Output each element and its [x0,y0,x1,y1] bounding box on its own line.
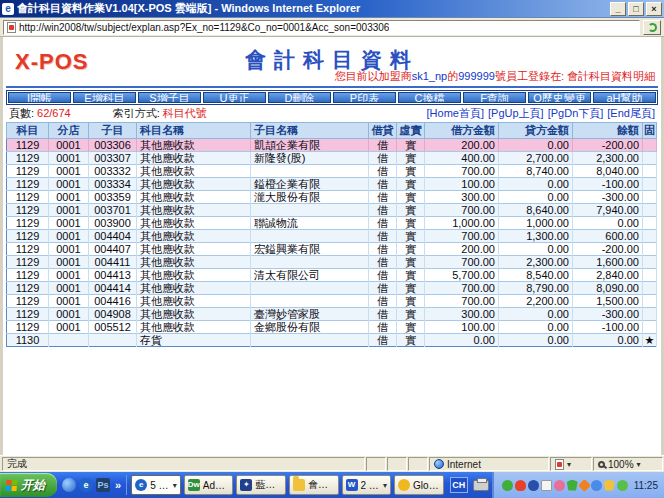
index-mode-label: 索引方式: [113,106,160,121]
cell-debit-amount: 300.00 [425,191,499,204]
nav-link[interactable]: [PgDn下頁] [548,107,604,119]
cell-debit-amount: 700.00 [425,204,499,217]
magnifier-icon [598,461,605,468]
outlook-icon[interactable] [62,478,76,492]
nav-link[interactable]: [PgUp上頁] [488,107,544,119]
ie-app-icon: e [2,3,14,15]
pink-app-icon[interactable] [554,480,565,491]
security-shield-icon[interactable] [604,480,615,491]
toolbar-button[interactable]: C換檔 [398,92,461,103]
table-row[interactable]: 11290001004411其他應收款借實700.002,300.001,600… [7,256,657,269]
taskbar-button-folder[interactable]: 會計科... [289,475,339,495]
cell-sub-name: 宏鎰興業有限 [251,243,369,256]
cell-subject-name: 其他應收款 [137,308,251,321]
minimize-button[interactable]: _ [610,2,626,16]
table-row[interactable]: 11290001004908其他應收款臺灣妙管家股借實300.000.00-30… [7,308,657,321]
cell-branch: 0001 [49,282,89,295]
orange-app-icon[interactable] [578,479,591,492]
toolbar-button[interactable]: D刪除 [268,92,331,103]
cell-sub-code: 003332 [89,165,137,178]
nav-link[interactable]: [Home首頁] [427,107,484,119]
cell-debit-amount: 700.00 [425,230,499,243]
cell-subject-name: 其他應收款 [137,191,251,204]
table-row[interactable]: 11290001003334其他應收款鎰橙企業有限借實100.000.00-10… [7,178,657,191]
zoom-panel[interactable]: 100% ▾ [593,457,663,471]
table-row[interactable]: 11290001003701其他應收款借實700.008,640.007,940… [7,204,657,217]
nav-link[interactable]: [End尾頁] [607,107,655,119]
table-row[interactable]: 1130存貨借實0.000.000.00★ [7,334,657,347]
table-row[interactable]: 11290001005512其他應收款金鄉股份有限借實100.000.00-10… [7,321,657,334]
toolbar-button[interactable]: S增子目 [138,92,201,103]
toolbar-button[interactable]: I開帳 [8,92,71,103]
cell-virtual-real: 實 [397,321,425,334]
table-row[interactable]: 11290001004414其他應收款借實700.008,790.008,090… [7,282,657,295]
cell-debit-credit: 借 [369,334,397,347]
taskbar-button-adobe[interactable]: Dw Adobe D... [184,475,234,495]
qq-icon[interactable] [515,480,526,491]
cell-subject-code: 1129 [7,165,49,178]
toolbar-button[interactable]: E增科目 [73,92,136,103]
go-button[interactable] [643,20,661,35]
table-row[interactable]: 11290001003900其他應收款聯誠物流借實1,000.001,000.0… [7,217,657,230]
start-button[interactable]: 开始 [0,473,57,497]
app-icon: ✦ [240,479,252,491]
photoshop-icon[interactable]: Ps [96,478,110,492]
clock[interactable]: 11:25 [634,480,658,491]
table-row[interactable]: 11290001003332其他應收款借實700.008,740.008,040… [7,165,657,178]
printer-icon[interactable] [473,480,489,491]
messenger-icon [398,479,410,491]
cell-branch: 0001 [49,321,89,334]
table-row[interactable]: 11290001004404其他應收款借實700.001,300.00600.0… [7,230,657,243]
taskbar-button-globalsearch[interactable]: GlobalS... [394,475,444,495]
taskbar-button-word-group[interactable]: W 2 Micr... ▾ [342,475,392,495]
cell-subject-code: 1129 [7,178,49,191]
close-button[interactable]: × [646,2,662,16]
table-row[interactable]: 11290001004407其他應收款宏鎰興業有限借實200.000.00-20… [7,243,657,256]
table-row[interactable]: 11290001004416其他應收款借實700.002,200.001,500… [7,295,657,308]
green-app-icon[interactable] [502,480,513,491]
window-titlebar[interactable]: e 會計科目資料作業V1.04[X-POS 雲端版] - Windows Int… [0,0,664,18]
column-header: 子目名稱 [251,123,369,139]
thunder-icon[interactable] [591,480,602,491]
update-icon[interactable] [617,480,628,491]
cell-debit-credit: 借 [369,178,397,191]
taskbar-button-ie-group[interactable]: e 5 Inte... ▾ [131,475,181,495]
toolbar-button[interactable]: Q歷史變更 [528,92,591,103]
chevron-down-icon: ▾ [567,460,571,469]
ie-icon[interactable]: e [79,478,93,492]
shield-green-icon[interactable] [567,480,578,491]
cell-virtual-real: 實 [397,256,425,269]
cell-credit-amount: 0.00 [499,243,573,256]
table-row[interactable]: 11290001003306其他應收款凱頡企業有限借實200.000.00-20… [7,139,657,152]
cell-debit-credit: 借 [369,152,397,165]
language-indicator[interactable]: CH [450,477,468,493]
taskbar-button-app[interactable]: ✦ 藍玉資... [236,475,286,495]
chevron-down-icon: ▾ [173,481,177,490]
table-row[interactable]: 11290001004413其他應收款清太有限公司借實5,700.008,540… [7,269,657,282]
account-table: 科目分店子目科目名稱子目名稱借貸虛實借方金額貸方金額餘額固 1129000100… [6,122,657,347]
table-row[interactable]: 11290001003359其他應收款瀧大股份有限借實300.000.00-30… [7,191,657,204]
toolbar-button[interactable]: aH幫助 [593,92,656,103]
cell-subject-name: 其他應收款 [137,204,251,217]
toolbar-button[interactable]: U更正 [203,92,266,103]
browser-icon[interactable] [528,480,539,491]
cell-subject-code: 1129 [7,152,49,165]
address-input[interactable]: http://win2008/tw/subject/explan.asp?Ex_… [3,20,640,35]
toolbar-button[interactable]: P印表 [333,92,396,103]
protected-mode-panel[interactable]: ▾ [550,457,592,471]
cell-subject-name: 其他應收款 [137,256,251,269]
cell-sub-code: 004407 [89,243,137,256]
zone-label: Internet [447,459,481,470]
table-row[interactable]: 11290001003307其他應收款新隆發(股)借實400.002,700.0… [7,152,657,165]
cell-debit-amount: 300.00 [425,308,499,321]
restore-button[interactable]: □ [628,2,644,16]
cell-balance: 2,840.00 [573,269,643,282]
overflow-chevron-icon[interactable]: » [115,479,121,491]
cell-debit-credit: 借 [369,295,397,308]
login-employee: 999999 [458,70,495,82]
toolbar-button[interactable]: F查詢 [463,92,526,103]
login-prefix: 您目前以加盟商 [335,70,412,82]
note-icon[interactable] [541,480,552,491]
cell-fixed [643,243,657,256]
cell-debit-amount: 100.00 [425,321,499,334]
